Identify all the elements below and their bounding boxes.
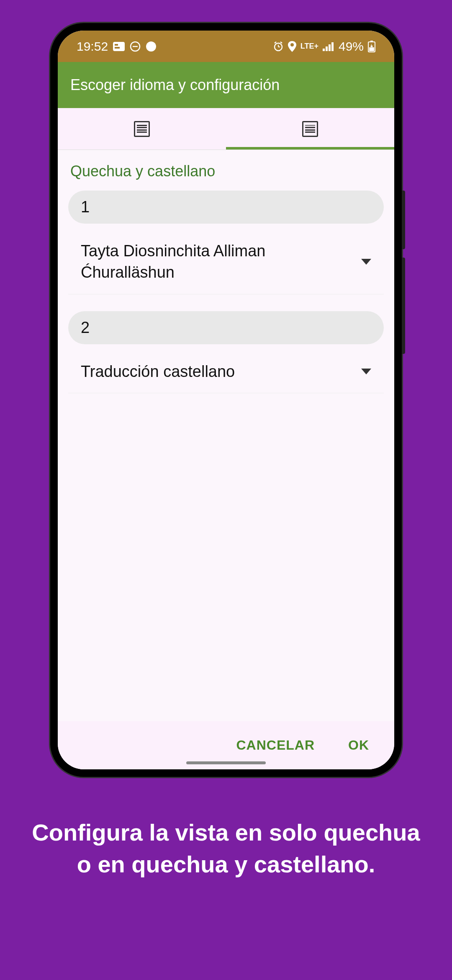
battery-icon [368, 41, 375, 52]
tab-dual-view[interactable] [226, 108, 394, 150]
alarm-icon [273, 41, 284, 52]
dropdown-1-label: Tayta Diosninchita Alliman Ćhuralläshun [81, 240, 328, 284]
nav-handle[interactable] [186, 761, 266, 764]
signal-icon [323, 42, 334, 51]
status-time: 19:52 [77, 39, 108, 54]
side-button [402, 191, 405, 249]
svg-rect-12 [323, 49, 325, 51]
dual-doc-icon [302, 121, 318, 137]
section-title: Quechua y castellano [68, 162, 384, 180]
status-bar: 19:52 LTE+ [58, 31, 394, 62]
phone-frame: 19:52 LTE+ [50, 23, 402, 777]
app-icon [146, 41, 157, 52]
tab-bar [58, 108, 394, 150]
dropdown-2-label: Traducción castellano [81, 361, 235, 382]
header-title: Escoger idioma y configuración [70, 76, 280, 94]
slot-number-1: 1 [68, 191, 384, 224]
location-icon [288, 41, 296, 52]
ok-button[interactable]: OK [348, 738, 369, 753]
phone-screen: 19:52 LTE+ [58, 31, 394, 769]
svg-rect-0 [113, 42, 125, 51]
language-dropdown-1[interactable]: Tayta Diosninchita Alliman Ćhuralläshun [68, 230, 384, 294]
cc-icon [113, 42, 125, 51]
tab-single-view[interactable] [58, 108, 226, 150]
cancel-button[interactable]: CANCELAR [236, 738, 315, 753]
promo-caption: Configura la vista en solo quechuao en q… [0, 817, 452, 880]
svg-rect-15 [331, 42, 334, 51]
svg-rect-14 [329, 44, 331, 51]
svg-rect-13 [326, 46, 328, 51]
app-header: Escoger idioma y configuración [58, 62, 394, 108]
slot-number-2: 2 [68, 311, 384, 344]
svg-line-10 [280, 42, 282, 43]
dnd-icon [130, 41, 141, 52]
side-button [402, 258, 405, 354]
network-label: LTE+ [300, 42, 318, 51]
content-area: Quechua y castellano 1 Tayta Diosninchit… [58, 150, 394, 721]
svg-line-9 [275, 42, 276, 43]
chevron-down-icon [361, 369, 371, 374]
svg-point-11 [290, 43, 294, 46]
chevron-down-icon [361, 259, 371, 265]
language-dropdown-2[interactable]: Traducción castellano [68, 351, 384, 393]
single-doc-icon [134, 121, 150, 137]
svg-rect-1 [115, 44, 118, 46]
battery-label: 49% [339, 39, 364, 54]
svg-point-5 [146, 41, 156, 52]
svg-rect-2 [115, 47, 120, 49]
